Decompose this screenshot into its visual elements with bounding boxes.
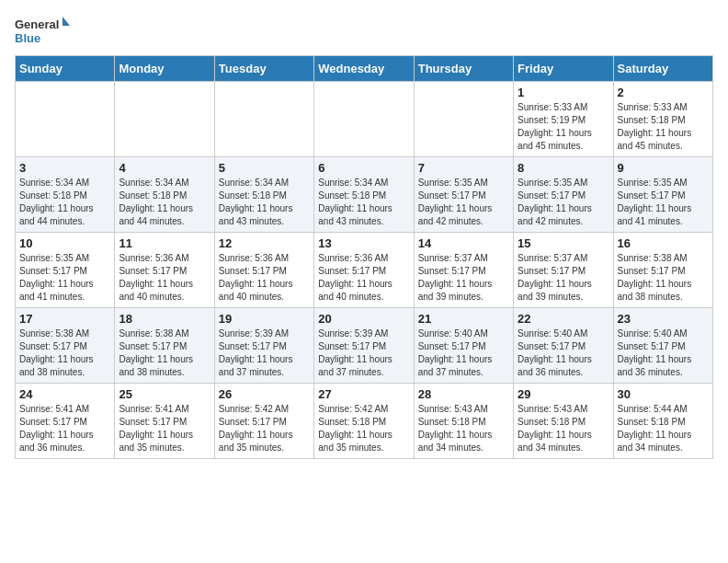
day-number: 2: [618, 86, 709, 99]
day-info: Sunrise: 5:33 AMSunset: 5:19 PMDaylight:…: [518, 101, 609, 153]
svg-text:General: General: [15, 17, 59, 31]
day-info: Sunrise: 5:34 AMSunset: 5:18 PMDaylight:…: [119, 177, 210, 228]
day-number: 5: [219, 161, 310, 175]
day-number: 6: [318, 161, 409, 175]
calendar-cell: 6Sunrise: 5:34 AMSunset: 5:18 PMDaylight…: [314, 157, 414, 233]
svg-text:Blue: Blue: [15, 31, 40, 45]
day-number: 20: [318, 312, 409, 326]
day-number: 11: [119, 236, 210, 250]
day-number: 24: [19, 387, 110, 401]
day-number: 4: [119, 161, 210, 175]
calendar-cell: 17Sunrise: 5:38 AMSunset: 5:17 PMDayligh…: [16, 308, 115, 384]
col-header-thursday: Thursday: [414, 56, 513, 82]
calendar-cell: 14Sunrise: 5:37 AMSunset: 5:17 PMDayligh…: [414, 233, 513, 308]
calendar-cell: [16, 82, 115, 157]
calendar-cell: 26Sunrise: 5:42 AMSunset: 5:17 PMDayligh…: [214, 384, 313, 459]
day-number: 7: [418, 161, 509, 175]
calendar-cell: [414, 82, 513, 157]
calendar-cell: 23Sunrise: 5:40 AMSunset: 5:17 PMDayligh…: [613, 308, 712, 384]
calendar-cell: 30Sunrise: 5:44 AMSunset: 5:18 PMDayligh…: [613, 384, 712, 459]
calendar-cell: 7Sunrise: 5:35 AMSunset: 5:17 PMDaylight…: [414, 157, 513, 233]
col-header-monday: Monday: [115, 56, 214, 82]
day-number: 22: [518, 312, 609, 326]
day-number: 8: [518, 161, 609, 175]
day-info: Sunrise: 5:34 AMSunset: 5:18 PMDaylight:…: [219, 177, 310, 228]
day-info: Sunrise: 5:38 AMSunset: 5:17 PMDaylight:…: [618, 252, 709, 304]
calendar-cell: 21Sunrise: 5:40 AMSunset: 5:17 PMDayligh…: [414, 308, 513, 384]
col-header-tuesday: Tuesday: [214, 56, 313, 82]
day-number: 13: [318, 236, 409, 250]
day-number: 21: [418, 312, 509, 326]
day-number: 30: [618, 387, 709, 401]
week-row-1: 1Sunrise: 5:33 AMSunset: 5:19 PMDaylight…: [16, 82, 713, 157]
calendar-cell: 22Sunrise: 5:40 AMSunset: 5:17 PMDayligh…: [514, 308, 613, 384]
calendar-cell: 1Sunrise: 5:33 AMSunset: 5:19 PMDaylight…: [514, 82, 613, 157]
day-number: 23: [618, 312, 709, 326]
calendar-cell: 3Sunrise: 5:34 AMSunset: 5:18 PMDaylight…: [16, 157, 115, 233]
day-number: 29: [518, 387, 609, 401]
calendar-cell: 13Sunrise: 5:36 AMSunset: 5:17 PMDayligh…: [314, 233, 414, 308]
day-info: Sunrise: 5:43 AMSunset: 5:18 PMDaylight:…: [418, 403, 509, 454]
calendar-cell: 24Sunrise: 5:41 AMSunset: 5:17 PMDayligh…: [16, 384, 115, 459]
day-number: 15: [518, 236, 609, 250]
day-info: Sunrise: 5:42 AMSunset: 5:17 PMDaylight:…: [219, 403, 310, 454]
day-number: 26: [219, 387, 310, 401]
logo-icon: General Blue: [15, 15, 70, 48]
day-info: Sunrise: 5:38 AMSunset: 5:17 PMDaylight:…: [119, 327, 210, 379]
day-number: 25: [119, 387, 210, 401]
day-info: Sunrise: 5:36 AMSunset: 5:17 PMDaylight:…: [119, 252, 210, 304]
svg-marker-2: [63, 17, 70, 26]
calendar-cell: 12Sunrise: 5:36 AMSunset: 5:17 PMDayligh…: [214, 233, 313, 308]
day-info: Sunrise: 5:40 AMSunset: 5:17 PMDaylight:…: [618, 327, 709, 379]
week-row-2: 3Sunrise: 5:34 AMSunset: 5:18 PMDaylight…: [16, 157, 713, 233]
day-number: 1: [518, 86, 609, 99]
calendar-cell: 28Sunrise: 5:43 AMSunset: 5:18 PMDayligh…: [414, 384, 513, 459]
day-info: Sunrise: 5:41 AMSunset: 5:17 PMDaylight:…: [119, 403, 210, 454]
calendar-cell: 11Sunrise: 5:36 AMSunset: 5:17 PMDayligh…: [115, 233, 214, 308]
calendar-cell: 29Sunrise: 5:43 AMSunset: 5:18 PMDayligh…: [514, 384, 613, 459]
day-number: 14: [418, 236, 509, 250]
day-number: 19: [219, 312, 310, 326]
day-info: Sunrise: 5:40 AMSunset: 5:17 PMDaylight:…: [418, 327, 509, 379]
day-number: 10: [19, 236, 110, 250]
calendar-cell: 4Sunrise: 5:34 AMSunset: 5:18 PMDaylight…: [115, 157, 214, 233]
day-info: Sunrise: 5:33 AMSunset: 5:18 PMDaylight:…: [618, 101, 709, 153]
calendar-cell: 18Sunrise: 5:38 AMSunset: 5:17 PMDayligh…: [115, 308, 214, 384]
col-header-friday: Friday: [514, 56, 613, 82]
day-info: Sunrise: 5:42 AMSunset: 5:18 PMDaylight:…: [318, 403, 409, 454]
calendar-header-row: SundayMondayTuesdayWednesdayThursdayFrid…: [16, 56, 713, 82]
logo: General Blue: [15, 15, 70, 48]
day-info: Sunrise: 5:35 AMSunset: 5:17 PMDaylight:…: [518, 177, 609, 228]
calendar-cell: 27Sunrise: 5:42 AMSunset: 5:18 PMDayligh…: [314, 384, 414, 459]
day-info: Sunrise: 5:37 AMSunset: 5:17 PMDaylight:…: [518, 252, 609, 304]
page-header: General Blue: [15, 15, 713, 48]
calendar-cell: 16Sunrise: 5:38 AMSunset: 5:17 PMDayligh…: [613, 233, 712, 308]
day-info: Sunrise: 5:36 AMSunset: 5:17 PMDaylight:…: [219, 252, 310, 304]
day-info: Sunrise: 5:40 AMSunset: 5:17 PMDaylight:…: [518, 327, 609, 379]
day-number: 18: [119, 312, 210, 326]
day-info: Sunrise: 5:35 AMSunset: 5:17 PMDaylight:…: [19, 252, 110, 304]
col-header-sunday: Sunday: [16, 56, 115, 82]
day-info: Sunrise: 5:39 AMSunset: 5:17 PMDaylight:…: [318, 327, 409, 379]
day-number: 12: [219, 236, 310, 250]
day-info: Sunrise: 5:34 AMSunset: 5:18 PMDaylight:…: [19, 177, 110, 228]
calendar-cell: 19Sunrise: 5:39 AMSunset: 5:17 PMDayligh…: [214, 308, 313, 384]
calendar-body: 1Sunrise: 5:33 AMSunset: 5:19 PMDaylight…: [16, 82, 713, 459]
day-info: Sunrise: 5:37 AMSunset: 5:17 PMDaylight:…: [418, 252, 509, 304]
day-info: Sunrise: 5:43 AMSunset: 5:18 PMDaylight:…: [518, 403, 609, 454]
day-number: 3: [19, 161, 110, 175]
calendar-cell: [314, 82, 414, 157]
calendar-cell: 8Sunrise: 5:35 AMSunset: 5:17 PMDaylight…: [514, 157, 613, 233]
day-info: Sunrise: 5:44 AMSunset: 5:18 PMDaylight:…: [618, 403, 709, 454]
day-number: 27: [318, 387, 409, 401]
day-info: Sunrise: 5:38 AMSunset: 5:17 PMDaylight:…: [19, 327, 110, 379]
calendar-cell: 5Sunrise: 5:34 AMSunset: 5:18 PMDaylight…: [214, 157, 313, 233]
day-number: 16: [618, 236, 709, 250]
day-info: Sunrise: 5:36 AMSunset: 5:17 PMDaylight:…: [318, 252, 409, 304]
day-info: Sunrise: 5:41 AMSunset: 5:17 PMDaylight:…: [19, 403, 110, 454]
calendar-cell: 15Sunrise: 5:37 AMSunset: 5:17 PMDayligh…: [514, 233, 613, 308]
calendar-cell: 9Sunrise: 5:35 AMSunset: 5:17 PMDaylight…: [613, 157, 712, 233]
calendar-cell: [115, 82, 214, 157]
week-row-4: 17Sunrise: 5:38 AMSunset: 5:17 PMDayligh…: [16, 308, 713, 384]
calendar-cell: [214, 82, 313, 157]
